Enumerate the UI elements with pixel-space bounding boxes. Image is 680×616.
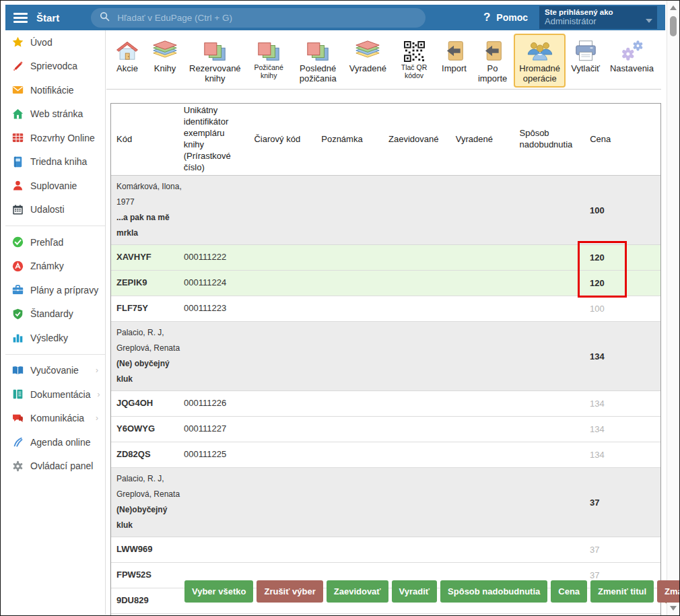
book-title-lines: Palacio, R. J,Greplová, Renata(Ne)obyčej… bbox=[111, 471, 584, 533]
book-title-line: (Ne)obyčejný bbox=[116, 502, 579, 518]
sidebar-item-suplovanie[interactable]: Suplovanie bbox=[5, 174, 105, 198]
sidebar-item-uvod[interactable]: Úvod bbox=[5, 30, 105, 55]
scroll-up-icon[interactable] bbox=[670, 5, 677, 10]
toolbar-item-po-importe[interactable]: Po importe bbox=[472, 34, 513, 88]
book-title-lines: Palacio, R. J,Greplová, Renata(Ne) obyče… bbox=[111, 325, 584, 387]
book-price: 134 bbox=[584, 450, 660, 460]
sposob-nadobudnutia-button[interactable]: Spôsob nadobudnutia bbox=[440, 580, 547, 603]
briefcase-icon bbox=[12, 284, 24, 296]
group-price: 100 bbox=[584, 179, 660, 241]
notebook-icon bbox=[12, 156, 24, 168]
toolbar-item-akcie[interactable]: Akcie bbox=[109, 34, 145, 78]
help-button[interactable]: ? Pomoc bbox=[483, 11, 528, 24]
toolbar-item-posledne-pozicania[interactable]: Posledné požičania bbox=[292, 34, 344, 88]
sidebar-item-notifikacie[interactable]: Notifikácie bbox=[5, 78, 105, 102]
table-row-jqg4oh[interactable]: JQG4OH000111226134 bbox=[111, 391, 660, 417]
book-identifier: 000111227 bbox=[178, 423, 249, 435]
toolbar-item-rezervovane-knihy[interactable]: Rezervované knihy bbox=[184, 34, 246, 88]
book-identifier: 000111224 bbox=[178, 277, 249, 289]
book-identifier: 000111223 bbox=[178, 303, 249, 314]
book-title-line: kluk bbox=[116, 372, 579, 387]
toolbar-item-vyradene[interactable]: Vyradené bbox=[345, 34, 391, 78]
book-title-line: Palacio, R. J, bbox=[116, 325, 579, 341]
toolbar-item-vytlacit[interactable]: Vytlačiť bbox=[566, 34, 605, 78]
book-code: Y6OWYG bbox=[111, 423, 178, 435]
sidebar-item-vysledky[interactable]: Výsledky bbox=[5, 326, 105, 350]
book-title-line: kluk bbox=[116, 518, 579, 533]
sidebar-item-prehlad[interactable]: Prehľad bbox=[5, 230, 105, 254]
sidebar-item-triedna-kniha[interactable]: Triedna kniha bbox=[5, 150, 105, 174]
bar-chart-icon bbox=[12, 332, 24, 343]
book-code: LWW969 bbox=[111, 544, 178, 555]
toolbar-item-pozicane-knihy[interactable]: Požičané knihy bbox=[246, 34, 292, 84]
scrollbar-thumb[interactable] bbox=[670, 16, 677, 36]
book-title-group-row: Palacio, R. J,Greplová, Renata(Ne)obyčej… bbox=[111, 468, 660, 537]
star-icon bbox=[12, 36, 24, 48]
column-header-cena: Cena bbox=[584, 134, 660, 145]
top-bar: Štart ? Pomoc Ste prihlásený ako Adminis… bbox=[5, 5, 665, 30]
book-code: XAVHYF bbox=[111, 252, 178, 263]
sidebar-item-vyucovanie[interactable]: Vyučovanie› bbox=[5, 359, 105, 383]
book-identifier: 000111226 bbox=[178, 398, 249, 409]
toolbar-item-knihy[interactable]: Knihy bbox=[146, 34, 184, 78]
sidebar-item-label: Plány a prípravy bbox=[30, 285, 98, 296]
search-icon bbox=[100, 11, 110, 24]
sidebar-item-plany-a-pripravy[interactable]: Plány a prípravy bbox=[5, 278, 105, 302]
account-role: Administrátor bbox=[545, 16, 644, 26]
cena-button[interactable]: Cena bbox=[551, 580, 587, 603]
group-price: 134 bbox=[584, 325, 660, 387]
global-search[interactable] bbox=[91, 8, 426, 28]
toolbar-item-nastavenia[interactable]: Nastavenia bbox=[605, 34, 658, 78]
table-row-zd82qs[interactable]: ZD82QS000111225134 bbox=[111, 442, 660, 468]
chevron-right-icon: › bbox=[96, 413, 98, 423]
table-header-row: KódUnikátny identifikátor exempláru knih… bbox=[111, 104, 660, 176]
start-title[interactable]: Štart bbox=[36, 12, 59, 24]
sidebar-item-udalosti[interactable]: Udalosti bbox=[5, 198, 105, 222]
toolbar-item-hromadne-operacie[interactable]: Hromadné operácie bbox=[514, 34, 566, 88]
toolbar-item-tlac-qr-kodov[interactable]: Tlač QR kódov bbox=[392, 34, 436, 84]
vyber-vsetko-button[interactable]: Vyber všetko bbox=[184, 580, 253, 603]
account-dropdown[interactable]: Ste prihlásený ako Administrátor bbox=[539, 6, 657, 29]
toolbar-item-import[interactable]: Import bbox=[437, 34, 471, 78]
scroll-down-icon[interactable] bbox=[670, 606, 677, 611]
zaevidovat-button[interactable]: Zaevidovať bbox=[327, 580, 388, 603]
vertical-scrollbar[interactable] bbox=[667, 1, 679, 615]
sidebar-item-web-stranka[interactable]: Web stránka bbox=[5, 102, 105, 127]
sidebar-item-znamky[interactable]: Známky bbox=[5, 254, 105, 279]
toolbar-item-label: Import bbox=[442, 64, 467, 74]
sidebar-item-standardy[interactable]: Štandardy bbox=[5, 302, 105, 327]
toolbar-item-label: Posledné požičania bbox=[297, 64, 339, 83]
sidebar-item-ovladaci-panel[interactable]: Ovládací panel bbox=[5, 454, 105, 479]
hamburger-menu-icon[interactable] bbox=[13, 13, 28, 23]
search-input[interactable] bbox=[116, 12, 417, 24]
layered-books-icon bbox=[202, 37, 228, 62]
sidebar-item-sprievodca[interactable]: Sprievodca bbox=[5, 55, 105, 79]
zrusit-vyber-button[interactable]: Zrušiť výber bbox=[257, 580, 322, 603]
table-row-flf75y[interactable]: FLF75Y000111223100 bbox=[111, 296, 660, 322]
table-row-y6owyg[interactable]: Y6OWYG000111227134 bbox=[111, 417, 660, 442]
sidebar-item-label: Známky bbox=[30, 261, 64, 271]
toolbar-item-label: Nastavenia bbox=[610, 64, 654, 74]
grade-icon bbox=[12, 261, 24, 272]
people-icon bbox=[526, 37, 553, 62]
book-title-lines: Komárková, Ilona,1977...a pak na měmrkla bbox=[111, 179, 584, 241]
documents-icon bbox=[12, 388, 24, 400]
gear-icon bbox=[12, 460, 24, 472]
sidebar-item-agenda-online[interactable]: Agenda online bbox=[5, 430, 105, 454]
sidebar-item-komunikacia[interactable]: Komunikácia› bbox=[5, 407, 105, 431]
bulk-action-bar: Vyber všetkoZrušiť výberZaevidovaťVyradi… bbox=[184, 580, 680, 603]
timetable-grid-icon bbox=[12, 132, 24, 143]
sidebar-item-rozvrhy-online[interactable]: Rozvrhy Online bbox=[5, 126, 105, 150]
import-icon bbox=[443, 37, 465, 62]
sidebar-item-label: Výsledky bbox=[30, 333, 68, 343]
table-row-lww969[interactable]: LWW96937 bbox=[111, 537, 660, 563]
sidebar-item-dokumentacia[interactable]: Dokumentácia› bbox=[5, 382, 105, 407]
zmenit-titul-button[interactable]: Zmeniť titul bbox=[590, 580, 654, 603]
toolbar-item-label: Akcie bbox=[116, 64, 138, 74]
zmazat-button[interactable]: Zmazať bbox=[657, 580, 680, 603]
vyradit-button[interactable]: Vyradiť bbox=[392, 580, 438, 603]
book-title-line: 1977 bbox=[116, 195, 579, 210]
books-stack-icon bbox=[151, 37, 179, 62]
book-code: JQG4OH bbox=[111, 398, 178, 409]
sidebar-divider bbox=[5, 354, 105, 355]
